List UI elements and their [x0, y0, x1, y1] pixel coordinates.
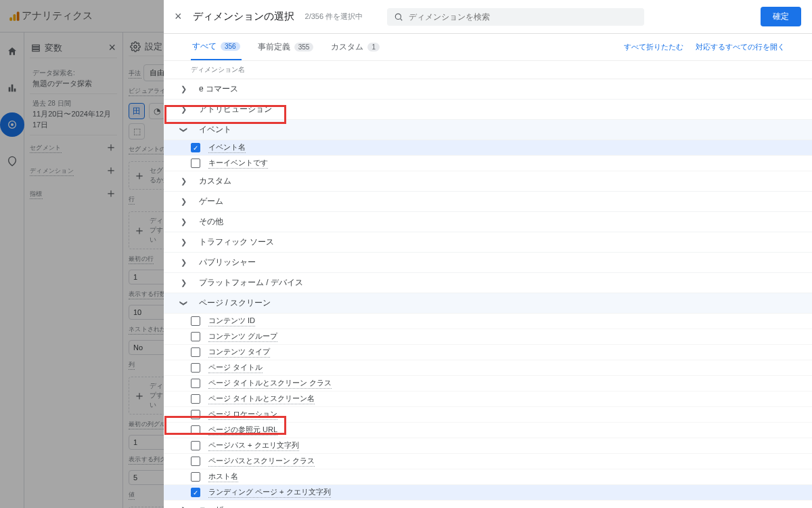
dialog-title: ディメンションの選択	[193, 10, 294, 23]
item-landing-query[interactable]: ✓ランディング ページ + クエリ文字列	[164, 485, 812, 501]
selection-count: 2/356 件を選択中	[305, 12, 363, 22]
item-is-key-event[interactable]: キーイベントです	[164, 156, 812, 171]
dimension-list[interactable]: ❯e コマース ❯アトリビューション ❯イベント ✓イベント名 キーイベントです…	[164, 79, 812, 508]
item-page-title-class[interactable]: ページ タイトルとスクリーン クラス	[164, 376, 812, 391]
item-content-id[interactable]: コンテンツ ID	[164, 314, 812, 329]
item-content-type[interactable]: コンテンツ タイプ	[164, 345, 812, 360]
item-page-path-class[interactable]: ページパスとスクリーン クラス	[164, 454, 812, 469]
tab-custom[interactable]: カスタム1	[330, 35, 381, 60]
search-box[interactable]	[387, 8, 644, 26]
confirm-button[interactable]: 確定	[761, 7, 801, 26]
item-page-title-name[interactable]: ページ タイトルとスクリーン名	[164, 391, 812, 407]
expand-all-link[interactable]: 対応するすべての行を開く	[696, 42, 785, 52]
chevron-down-icon: ❯	[176, 85, 191, 93]
checkbox-checked-icon[interactable]: ✓	[191, 143, 200, 152]
item-page-referrer[interactable]: ページの参照元 URL	[164, 423, 812, 438]
group-event[interactable]: ❯イベント	[164, 120, 812, 140]
tab-predefined[interactable]: 事前定義355	[256, 35, 315, 60]
item-content-group[interactable]: コンテンツ グループ	[164, 329, 812, 345]
group-platform[interactable]: ❯プラットフォーム / デバイス	[164, 273, 812, 293]
group-traffic[interactable]: ❯トラフィック ソース	[164, 232, 812, 253]
chevron-up-icon: ❯	[179, 123, 188, 137]
checkbox-icon[interactable]	[191, 158, 200, 168]
dialog-close-icon[interactable]: ×	[175, 9, 182, 24]
group-other[interactable]: ❯その他	[164, 212, 812, 232]
search-input[interactable]	[409, 12, 625, 22]
search-icon	[394, 12, 403, 22]
item-hostname[interactable]: ホスト名	[164, 469, 812, 485]
svg-point-12	[395, 14, 401, 19]
group-custom[interactable]: ❯カスタム	[164, 171, 812, 192]
dialog-header: × ディメンションの選択 2/356 件を選択中 確定	[164, 0, 812, 34]
item-event-name[interactable]: ✓イベント名	[164, 140, 812, 156]
item-page-path-query[interactable]: ページパス + クエリ文字列	[164, 438, 812, 454]
group-user[interactable]: ❯ユーザー	[164, 501, 812, 508]
group-game[interactable]: ❯ゲーム	[164, 192, 812, 212]
dimension-dialog: × ディメンションの選択 2/356 件を選択中 確定 すべて356 事前定義3…	[164, 0, 812, 508]
tab-all[interactable]: すべて356	[191, 34, 242, 60]
dialog-tabs: すべて356 事前定義355 カスタム1 すべて折りたたむ 対応するすべての行を…	[164, 34, 812, 60]
group-page[interactable]: ❯ページ / スクリーン	[164, 293, 812, 314]
group-publisher[interactable]: ❯パブリッシャー	[164, 253, 812, 273]
item-page-title[interactable]: ページ タイトル	[164, 360, 812, 376]
group-ecommerce[interactable]: ❯e コマース	[164, 79, 812, 100]
column-header: ディメンション名	[164, 60, 812, 79]
item-page-location[interactable]: ページ ロケーション	[164, 407, 812, 423]
group-attribution[interactable]: ❯アトリビューション	[164, 100, 812, 120]
collapse-all-link[interactable]: すべて折りたたむ	[624, 42, 683, 52]
